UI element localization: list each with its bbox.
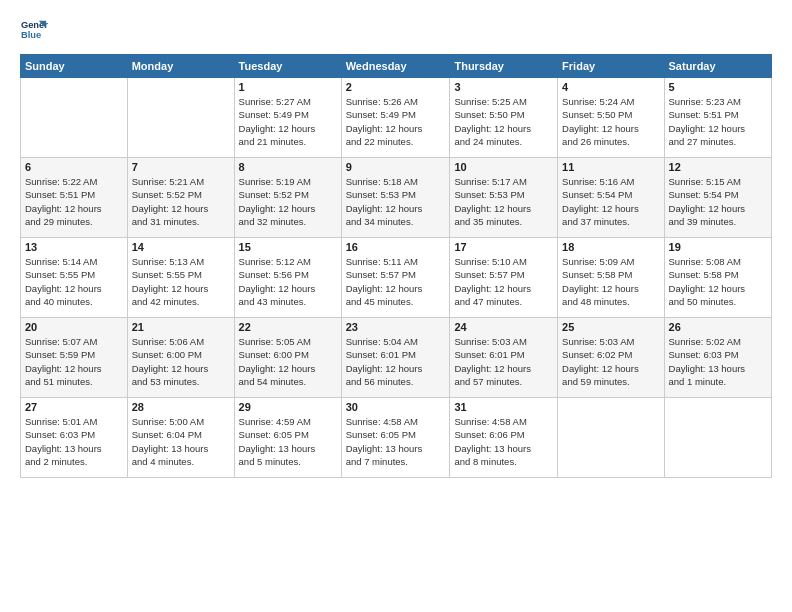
calendar-cell: 1Sunrise: 5:27 AM Sunset: 5:49 PM Daylig… [234,78,341,158]
day-info: Sunrise: 5:17 AM Sunset: 5:53 PM Dayligh… [454,175,553,228]
calendar-cell: 25Sunrise: 5:03 AM Sunset: 6:02 PM Dayli… [558,318,664,398]
day-number: 18 [562,241,659,253]
day-info: Sunrise: 5:27 AM Sunset: 5:49 PM Dayligh… [239,95,337,148]
calendar-cell: 17Sunrise: 5:10 AM Sunset: 5:57 PM Dayli… [450,238,558,318]
day-info: Sunrise: 5:21 AM Sunset: 5:52 PM Dayligh… [132,175,230,228]
day-number: 23 [346,321,446,333]
day-number: 14 [132,241,230,253]
day-number: 6 [25,161,123,173]
day-number: 2 [346,81,446,93]
weekday-header-row: SundayMondayTuesdayWednesdayThursdayFrid… [21,55,772,78]
page-header: GeneralBlue [20,16,772,44]
day-number: 9 [346,161,446,173]
day-number: 4 [562,81,659,93]
day-info: Sunrise: 5:00 AM Sunset: 6:04 PM Dayligh… [132,415,230,468]
calendar-table: SundayMondayTuesdayWednesdayThursdayFrid… [20,54,772,478]
calendar-cell: 6Sunrise: 5:22 AM Sunset: 5:51 PM Daylig… [21,158,128,238]
calendar-cell: 10Sunrise: 5:17 AM Sunset: 5:53 PM Dayli… [450,158,558,238]
calendar-cell: 31Sunrise: 4:58 AM Sunset: 6:06 PM Dayli… [450,398,558,478]
day-number: 10 [454,161,553,173]
day-number: 13 [25,241,123,253]
calendar-week-row: 1Sunrise: 5:27 AM Sunset: 5:49 PM Daylig… [21,78,772,158]
day-info: Sunrise: 5:02 AM Sunset: 6:03 PM Dayligh… [669,335,767,388]
calendar-cell: 9Sunrise: 5:18 AM Sunset: 5:53 PM Daylig… [341,158,450,238]
weekday-header: Saturday [664,55,771,78]
day-number: 17 [454,241,553,253]
day-info: Sunrise: 5:01 AM Sunset: 6:03 PM Dayligh… [25,415,123,468]
day-info: Sunrise: 4:58 AM Sunset: 6:05 PM Dayligh… [346,415,446,468]
calendar-cell: 29Sunrise: 4:59 AM Sunset: 6:05 PM Dayli… [234,398,341,478]
day-info: Sunrise: 5:24 AM Sunset: 5:50 PM Dayligh… [562,95,659,148]
calendar-cell: 19Sunrise: 5:08 AM Sunset: 5:58 PM Dayli… [664,238,771,318]
day-info: Sunrise: 5:19 AM Sunset: 5:52 PM Dayligh… [239,175,337,228]
day-number: 16 [346,241,446,253]
day-number: 27 [25,401,123,413]
calendar-cell: 16Sunrise: 5:11 AM Sunset: 5:57 PM Dayli… [341,238,450,318]
calendar-cell: 30Sunrise: 4:58 AM Sunset: 6:05 PM Dayli… [341,398,450,478]
weekday-header: Tuesday [234,55,341,78]
logo-icon: GeneralBlue [20,16,48,44]
calendar-cell: 18Sunrise: 5:09 AM Sunset: 5:58 PM Dayli… [558,238,664,318]
calendar-cell [21,78,128,158]
day-info: Sunrise: 5:07 AM Sunset: 5:59 PM Dayligh… [25,335,123,388]
weekday-header: Monday [127,55,234,78]
day-number: 21 [132,321,230,333]
calendar-cell: 7Sunrise: 5:21 AM Sunset: 5:52 PM Daylig… [127,158,234,238]
day-info: Sunrise: 5:03 AM Sunset: 6:01 PM Dayligh… [454,335,553,388]
day-info: Sunrise: 5:13 AM Sunset: 5:55 PM Dayligh… [132,255,230,308]
day-number: 31 [454,401,553,413]
calendar-week-row: 27Sunrise: 5:01 AM Sunset: 6:03 PM Dayli… [21,398,772,478]
day-info: Sunrise: 5:23 AM Sunset: 5:51 PM Dayligh… [669,95,767,148]
calendar-cell: 23Sunrise: 5:04 AM Sunset: 6:01 PM Dayli… [341,318,450,398]
calendar-cell: 14Sunrise: 5:13 AM Sunset: 5:55 PM Dayli… [127,238,234,318]
day-info: Sunrise: 5:10 AM Sunset: 5:57 PM Dayligh… [454,255,553,308]
weekday-header: Sunday [21,55,128,78]
day-number: 11 [562,161,659,173]
calendar-cell [664,398,771,478]
calendar-cell: 12Sunrise: 5:15 AM Sunset: 5:54 PM Dayli… [664,158,771,238]
day-number: 22 [239,321,337,333]
svg-text:Blue: Blue [21,30,41,40]
calendar-cell: 11Sunrise: 5:16 AM Sunset: 5:54 PM Dayli… [558,158,664,238]
day-info: Sunrise: 5:22 AM Sunset: 5:51 PM Dayligh… [25,175,123,228]
calendar-cell: 24Sunrise: 5:03 AM Sunset: 6:01 PM Dayli… [450,318,558,398]
calendar-cell: 28Sunrise: 5:00 AM Sunset: 6:04 PM Dayli… [127,398,234,478]
logo: GeneralBlue [20,16,48,44]
day-info: Sunrise: 5:16 AM Sunset: 5:54 PM Dayligh… [562,175,659,228]
day-info: Sunrise: 4:59 AM Sunset: 6:05 PM Dayligh… [239,415,337,468]
day-info: Sunrise: 5:26 AM Sunset: 5:49 PM Dayligh… [346,95,446,148]
day-number: 3 [454,81,553,93]
day-number: 28 [132,401,230,413]
day-number: 5 [669,81,767,93]
calendar-cell: 15Sunrise: 5:12 AM Sunset: 5:56 PM Dayli… [234,238,341,318]
day-info: Sunrise: 5:12 AM Sunset: 5:56 PM Dayligh… [239,255,337,308]
calendar-cell [558,398,664,478]
calendar-cell [127,78,234,158]
weekday-header: Friday [558,55,664,78]
day-number: 29 [239,401,337,413]
day-info: Sunrise: 5:06 AM Sunset: 6:00 PM Dayligh… [132,335,230,388]
day-info: Sunrise: 5:15 AM Sunset: 5:54 PM Dayligh… [669,175,767,228]
day-info: Sunrise: 5:08 AM Sunset: 5:58 PM Dayligh… [669,255,767,308]
day-info: Sunrise: 5:18 AM Sunset: 5:53 PM Dayligh… [346,175,446,228]
day-number: 19 [669,241,767,253]
day-info: Sunrise: 5:04 AM Sunset: 6:01 PM Dayligh… [346,335,446,388]
calendar-cell: 3Sunrise: 5:25 AM Sunset: 5:50 PM Daylig… [450,78,558,158]
calendar-cell: 21Sunrise: 5:06 AM Sunset: 6:00 PM Dayli… [127,318,234,398]
day-number: 25 [562,321,659,333]
calendar-week-row: 13Sunrise: 5:14 AM Sunset: 5:55 PM Dayli… [21,238,772,318]
weekday-header: Wednesday [341,55,450,78]
day-info: Sunrise: 5:11 AM Sunset: 5:57 PM Dayligh… [346,255,446,308]
day-number: 12 [669,161,767,173]
calendar-week-row: 6Sunrise: 5:22 AM Sunset: 5:51 PM Daylig… [21,158,772,238]
day-info: Sunrise: 5:03 AM Sunset: 6:02 PM Dayligh… [562,335,659,388]
calendar-cell: 5Sunrise: 5:23 AM Sunset: 5:51 PM Daylig… [664,78,771,158]
calendar-cell: 8Sunrise: 5:19 AM Sunset: 5:52 PM Daylig… [234,158,341,238]
day-info: Sunrise: 4:58 AM Sunset: 6:06 PM Dayligh… [454,415,553,468]
calendar-cell: 2Sunrise: 5:26 AM Sunset: 5:49 PM Daylig… [341,78,450,158]
calendar-page: GeneralBlue SundayMondayTuesdayWednesday… [0,0,792,612]
weekday-header: Thursday [450,55,558,78]
calendar-week-row: 20Sunrise: 5:07 AM Sunset: 5:59 PM Dayli… [21,318,772,398]
day-number: 24 [454,321,553,333]
day-number: 7 [132,161,230,173]
